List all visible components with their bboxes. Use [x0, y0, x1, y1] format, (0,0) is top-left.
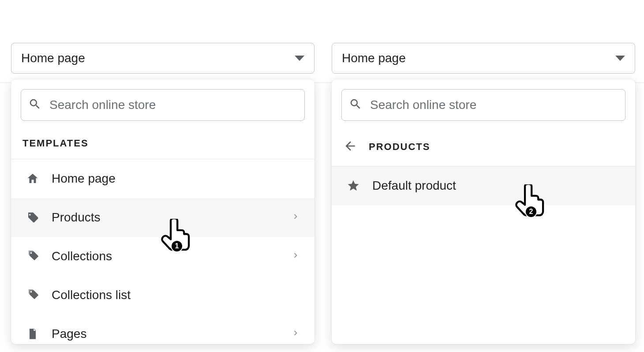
template-item-label: Default product [372, 179, 621, 193]
back-navigation[interactable]: Products [341, 131, 625, 162]
template-item-label: Collections [52, 249, 279, 263]
template-popover-left: Templates Home page Products [11, 79, 315, 344]
template-item-home-page[interactable]: Home page [11, 159, 315, 198]
page-icon [25, 328, 40, 340]
chevron-right-icon [291, 212, 300, 223]
search-icon [28, 97, 41, 112]
search-field[interactable] [341, 89, 625, 121]
search-input[interactable] [49, 98, 297, 112]
section-heading-templates: Templates [22, 138, 303, 149]
template-list: Home page Products [11, 159, 315, 344]
svg-point-1 [30, 291, 32, 293]
search-icon [349, 97, 362, 112]
chevron-right-icon [291, 328, 300, 340]
template-select-right[interactable]: Home page [332, 43, 635, 74]
chevron-down-icon [295, 56, 304, 61]
template-item-products[interactable]: Products [11, 198, 315, 237]
template-item-label: Collections list [52, 288, 300, 302]
template-item-pages[interactable]: Pages [11, 315, 315, 344]
template-item-label: Products [52, 210, 279, 225]
home-icon [25, 172, 40, 185]
template-list: Default product [332, 166, 635, 205]
template-select-left-label: Home page [21, 51, 85, 65]
chevron-down-icon [615, 56, 625, 61]
tags-icon [25, 249, 40, 263]
template-item-collections[interactable]: Collections [11, 237, 315, 276]
template-item-label: Home page [52, 172, 300, 186]
template-item-collections-list[interactable]: Collections list [11, 276, 315, 315]
breadcrumb-products: Products [369, 141, 430, 153]
template-select-left[interactable]: Home page [11, 43, 315, 74]
search-field[interactable] [21, 89, 305, 121]
svg-point-0 [30, 252, 32, 254]
template-popover-right: Products Default product [332, 79, 635, 344]
arrow-left-icon [343, 139, 357, 155]
tags-icon [25, 288, 40, 302]
template-item-default-product[interactable]: Default product [332, 166, 635, 205]
star-icon [346, 179, 361, 192]
tag-icon [25, 211, 40, 224]
chevron-right-icon [291, 251, 300, 262]
template-item-label: Pages [52, 327, 279, 341]
template-select-right-label: Home page [342, 51, 406, 65]
search-input[interactable] [370, 98, 618, 112]
